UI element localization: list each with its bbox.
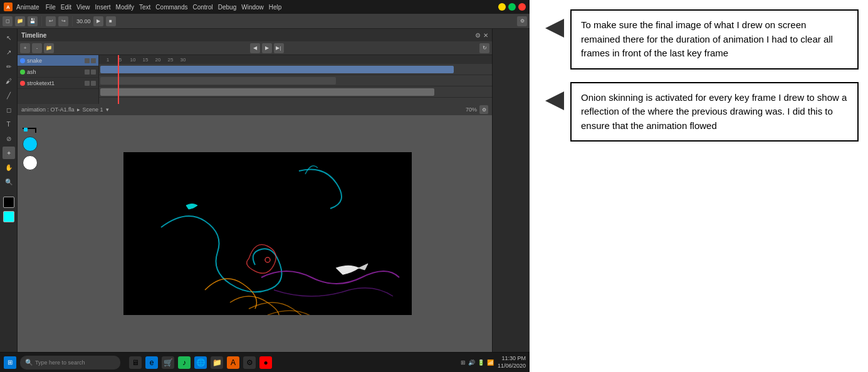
toolbar-open[interactable]: 📁 (15, 16, 25, 26)
timeline-stage-area: Timeline ⚙ ✕ + - 📁 ◀ ▶ ▶| (18, 29, 492, 352)
tl-prev-frame[interactable]: ◀ (250, 43, 260, 53)
toolbar-save[interactable]: 💾 (28, 16, 38, 26)
layer-lock[interactable] (91, 58, 96, 63)
title-bar-app: Animate (16, 4, 39, 11)
frame-1: 1 (102, 57, 114, 63)
layer-lock2[interactable] (91, 70, 96, 75)
tool-shape[interactable]: ◻ (3, 103, 15, 116)
frame-30: 30 (177, 57, 189, 63)
color-swatches-panel (23, 128, 38, 170)
playhead[interactable] (118, 55, 119, 104)
menu-view[interactable]: View (76, 4, 90, 11)
timeline-settings[interactable]: ⚙ (475, 32, 481, 39)
arrow-icon-2 (539, 88, 564, 113)
close-button[interactable] (518, 3, 526, 11)
menu-control[interactable]: Control (193, 4, 213, 11)
taskbar-app-red[interactable]: ● (259, 356, 272, 369)
tool-text[interactable]: T (3, 118, 15, 130)
taskbar-search-bar[interactable]: 🔍 Type here to search (20, 356, 120, 369)
taskbar-app-spotify[interactable]: ♪ (178, 356, 191, 369)
canvas (123, 152, 412, 315)
tool-eraser[interactable]: ✦ (3, 147, 15, 159)
app-icon: A (4, 3, 13, 11)
tool-pen[interactable]: ✏ (3, 60, 15, 73)
tool-select[interactable]: ↖ (3, 31, 15, 44)
tool-fill[interactable]: ⊘ (3, 132, 15, 145)
window-controls (498, 3, 526, 11)
menu-edit[interactable]: Edit (61, 4, 71, 11)
timeline-close[interactable]: ✕ (483, 32, 488, 39)
menu-window[interactable]: Window (241, 4, 264, 11)
taskbar-app-settings[interactable]: ⚙ (243, 356, 256, 369)
layer-stroketext[interactable]: stroketext1 (18, 78, 98, 89)
toolbar-undo[interactable]: ↩ (46, 16, 56, 26)
tl-loop[interactable]: ↻ (479, 43, 489, 53)
tool-brush[interactable]: 🖌 (3, 75, 15, 87)
animate-window: A Animate File Edit View Insert Modify T… (0, 0, 530, 372)
frame-15: 15 (139, 57, 152, 63)
stage-top-controls: 70% ⚙ (466, 105, 488, 114)
menu-commands[interactable]: Commands (155, 4, 187, 11)
breadcrumb-arrow: ▾ (106, 106, 109, 113)
tray-battery[interactable]: 🔋 (478, 359, 484, 366)
track-snake (99, 64, 492, 75)
tool-zoom[interactable]: 🔍 (3, 175, 15, 188)
annotation-text-1: To make sure the final image of what I d… (581, 18, 848, 61)
stage-settings-icon[interactable]: ⚙ (479, 105, 488, 114)
menu-text[interactable]: Text (139, 4, 150, 11)
tl-new-folder[interactable]: 📁 (44, 43, 54, 53)
layer-eye[interactable] (85, 58, 90, 63)
stroke-color[interactable] (3, 197, 14, 208)
tray-network[interactable]: ⊞ (461, 359, 466, 366)
layer-lock3[interactable] (91, 81, 96, 86)
tool-line[interactable]: ╱ (3, 89, 15, 101)
tool-hand[interactable]: ✋ (3, 161, 15, 173)
tl-next-frame[interactable]: ▶| (274, 43, 284, 53)
layer-stroke-label: stroketext1 (27, 80, 55, 86)
layer-snake-color (20, 58, 25, 63)
fill-color[interactable] (3, 211, 14, 222)
maximize-button[interactable] (508, 3, 516, 11)
annotation-row-1: To make sure the final image of what I d… (539, 9, 859, 70)
frame-numbers: 1 5 10 15 20 25 30 (99, 55, 492, 64)
menu-modify[interactable]: Modify (116, 4, 134, 11)
annotation-text-2: Onion skinning is activated for every ke… (581, 91, 848, 133)
frame-ruler: 1 5 10 15 20 25 30 (102, 57, 189, 63)
layer-ash-label: ash (27, 69, 36, 75)
layer-ash[interactable]: ash (18, 66, 98, 78)
tray-volume[interactable]: 🔊 (468, 359, 475, 366)
stroke-swatch[interactable] (24, 128, 28, 132)
fill-swatch-cyan[interactable] (23, 137, 38, 152)
frame-10: 10 (127, 57, 139, 63)
taskbar-app-store[interactable]: 🛒 (162, 356, 174, 369)
minimize-button[interactable] (498, 3, 506, 11)
toolbar-settings[interactable]: ⚙ (517, 16, 527, 26)
taskbar-app-animate[interactable]: A (227, 356, 239, 369)
layer-snake[interactable]: snake (18, 55, 98, 66)
toolbar-play[interactable]: ▶ (93, 16, 103, 26)
ash-frames (100, 77, 336, 85)
menu-insert[interactable]: Insert (95, 4, 111, 11)
menu-debug[interactable]: Debug (218, 4, 236, 11)
fill-swatch-white[interactable] (23, 155, 38, 170)
layer-eye3[interactable] (85, 81, 90, 86)
taskbar-app-ie[interactable]: 🌐 (194, 356, 207, 369)
arrow-left-2 (539, 88, 564, 113)
taskbar-app-folder[interactable]: 📁 (211, 356, 223, 369)
menu-file[interactable]: File (46, 4, 56, 11)
taskbar-app-explore[interactable]: 🖥 (129, 356, 142, 369)
toolbar-redo[interactable]: ↪ (58, 16, 68, 26)
toolbar-stop[interactable]: ■ (106, 16, 116, 26)
tl-new-layer[interactable]: + (20, 43, 30, 53)
menu-help[interactable]: Help (269, 4, 282, 11)
layer-stroke-icons (85, 81, 96, 86)
tl-play[interactable]: ▶ (262, 43, 272, 53)
layer-eye2[interactable] (85, 70, 90, 75)
taskbar-app-edge[interactable]: e (145, 356, 158, 369)
tray-wifi[interactable]: 📶 (487, 359, 494, 366)
tl-delete-layer[interactable]: - (32, 43, 42, 53)
timeline-frames: 1 5 10 15 20 25 30 (99, 55, 492, 104)
toolbar-new[interactable]: ◻ (3, 16, 13, 26)
windows-start-button[interactable]: ⊞ (4, 356, 16, 369)
tool-subselect[interactable]: ↗ (3, 46, 15, 58)
